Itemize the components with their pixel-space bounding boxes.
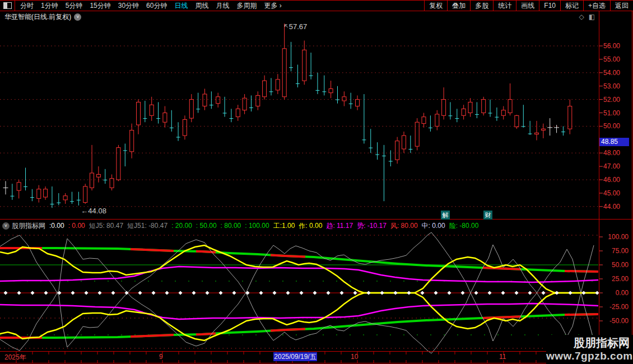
period-tab-1[interactable]: 1分钟 <box>41 1 58 11</box>
period-tab-4[interactable]: 30分钟 <box>118 1 139 11</box>
header-icons: ◇ ◧ <box>579 13 595 21</box>
price-axis-label: 55.00 <box>603 55 631 63</box>
price-axis-label: 53.00 <box>603 82 631 90</box>
watermark-site-name: 股朋指标网 <box>546 336 630 349</box>
time-axis-label: 2025年 <box>4 353 26 362</box>
price-axis-label: 56.00 <box>603 42 631 50</box>
status-token-2: : 0.00 <box>68 222 85 230</box>
status-token-13: 风: 80.00 <box>390 221 418 231</box>
time-axis-label: 11 <box>499 353 506 361</box>
status-token-0: 股朋指标网 <box>12 221 45 231</box>
status-token-3: 短J5: 80.47 <box>89 221 123 231</box>
app-window: 57.67←44.08 分时1分钟5分钟15分钟30分钟60分钟日线周线月线多周… <box>0 0 633 364</box>
chart-title: 华亚智能(日线.前复权) <box>4 12 71 22</box>
chart-title-row: 华亚智能(日线.前复权) ˅ <box>4 12 81 22</box>
price-axis-label: 46.00 <box>603 176 631 184</box>
period-tab-5[interactable]: 60分钟 <box>146 1 167 11</box>
period-tab-8[interactable]: 月线 <box>216 1 229 11</box>
indicator-axis-label: -50.00 <box>601 317 629 325</box>
period-tab-7[interactable]: 周线 <box>195 1 208 11</box>
price-axis-label: 45.00 <box>603 189 631 197</box>
status-token-10: 作: 0.00 <box>299 221 322 231</box>
status-token-14: 中: 0.00 <box>422 221 445 231</box>
period-tab-6[interactable]: 日线 <box>174 1 188 11</box>
watermark-url: www.7gpzb.com <box>546 349 630 363</box>
indicator-axis-label: 0.00 <box>601 289 629 297</box>
status-token-1: :0.00 <box>49 222 64 230</box>
toolbar-button-2[interactable]: 多股 <box>470 1 493 11</box>
price-axis-label: 44.00 <box>603 203 631 211</box>
toolbar-button-5[interactable]: F10 <box>539 1 560 11</box>
split-view-icon[interactable]: ◧ <box>589 13 595 21</box>
toolbar-button-0[interactable]: 复权 <box>424 1 447 11</box>
selected-date-tag: 2025/09/19/五 <box>273 352 317 361</box>
status-token-12: 势: -10.17 <box>357 221 387 231</box>
split-pane-icon <box>3 2 12 9</box>
layout-toggle-button[interactable] <box>0 1 15 11</box>
toolbar-button-4[interactable]: 画线 <box>516 1 539 11</box>
diamond-icon[interactable]: ◇ <box>579 13 584 21</box>
period-tab-10[interactable]: 更多 › <box>264 1 281 11</box>
price-axis: 56.0055.0054.0053.0052.0051.0050.0048.00… <box>599 0 633 364</box>
price-axis-label: 50.00 <box>603 122 631 130</box>
price-axis-label: 54.00 <box>603 69 631 77</box>
period-tab-9[interactable]: 多周期 <box>236 1 257 11</box>
status-token-5: : 20.00 <box>171 222 192 230</box>
indicator-chevron-icon[interactable]: ˅ <box>2 222 10 230</box>
toolbar-button-6[interactable]: 标记 <box>560 1 583 11</box>
period-tabs: 分时1分钟5分钟15分钟30分钟60分钟日线周线月线多周期更多 › <box>15 1 282 11</box>
chart-canvas: 57.67←44.08 <box>0 0 633 364</box>
indicator-axis-label: 25.00 <box>601 275 629 283</box>
toolbar-button-8[interactable]: 返回 <box>610 1 633 11</box>
toolbar-button-7[interactable]: +自选 <box>583 1 610 11</box>
candles-layer <box>3 24 572 208</box>
signal-mark-1: 财 <box>483 211 492 220</box>
svg-text:←44.08: ←44.08 <box>81 207 106 215</box>
status-token-15: 险: -80.00 <box>449 221 479 231</box>
indicator-status-bar[interactable]: ˅ 股朋指标网:0.00: 0.00短J5: 80.47短J51: -80.47… <box>0 220 599 231</box>
time-axis-label: 10 <box>351 353 358 361</box>
signal-mark-0: 解 <box>441 211 450 220</box>
time-axis-label: 9 <box>159 353 163 361</box>
last-price-tag: 48.85 <box>599 138 629 146</box>
status-token-8: : 100.00 <box>245 222 269 230</box>
status-token-4: 短J51: -80.47 <box>127 221 167 231</box>
status-token-6: : 50.00 <box>196 222 217 230</box>
time-axis: 2025年910112025/09/19/五 <box>0 352 633 363</box>
period-tab-0[interactable]: 分时 <box>20 1 34 11</box>
indicator-axis-label: 50.00 <box>601 261 629 269</box>
toolbar-button-3[interactable]: 统计 <box>493 1 516 11</box>
status-token-9: 工:1.00 <box>273 221 295 231</box>
status-token-11: 趋: 11.17 <box>326 221 353 231</box>
price-axis-label: 51.00 <box>603 109 631 117</box>
period-tab-3[interactable]: 15分钟 <box>90 1 110 11</box>
period-tab-2[interactable]: 5分钟 <box>66 1 83 11</box>
watermark: 股朋指标网 www.7gpzb.com <box>546 335 633 364</box>
top-toolbar: 分时1分钟5分钟15分钟30分钟60分钟日线周线月线多周期更多 › 复权叠加多股… <box>0 0 633 11</box>
chevron-down-icon[interactable]: ˅ <box>74 13 81 21</box>
indicator-axis-label: 75.00 <box>601 247 629 255</box>
toolbar-button-1[interactable]: 叠加 <box>447 1 470 11</box>
price-axis-label: 52.00 <box>603 96 631 104</box>
status-token-7: : 80.00 <box>221 222 241 230</box>
indicator-axis-label: -25.00 <box>601 303 629 311</box>
indicator-axis-label: 100.00 <box>601 233 629 241</box>
price-axis-label: 47.00 <box>603 162 631 170</box>
price-axis-label: 48.00 <box>603 149 631 157</box>
svg-text:57.67: 57.67 <box>289 22 308 31</box>
toolbar-buttons: 复权叠加多股统计画线F10标记+自选返回 <box>424 1 633 11</box>
